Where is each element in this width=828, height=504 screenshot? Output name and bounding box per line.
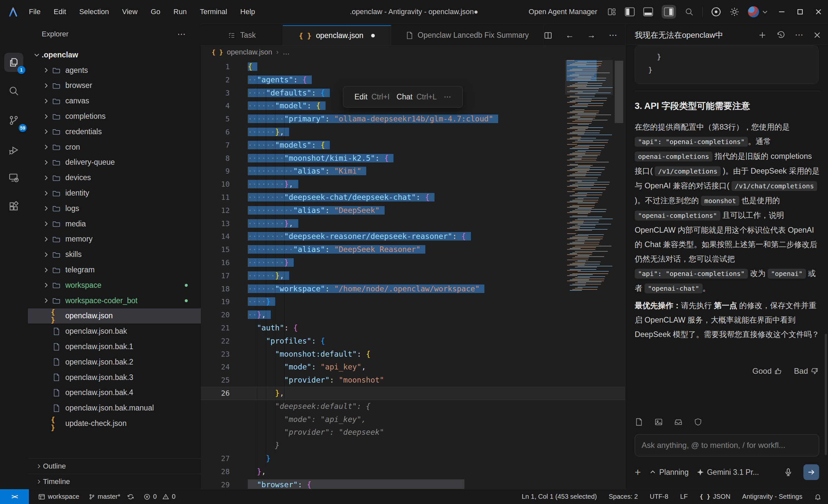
tree-root[interactable]: .openclaw — [28, 47, 201, 63]
agent-manager-icon[interactable] — [607, 7, 616, 16]
menu-run[interactable]: Run — [174, 7, 187, 16]
timeline-section[interactable]: Timeline — [28, 474, 201, 489]
workspace-indicator[interactable]: workspace — [38, 493, 79, 500]
editor-scrollbar[interactable] — [615, 61, 623, 123]
explorer-activity-icon[interactable]: 1 — [4, 53, 23, 72]
tree-item-media[interactable]: media — [28, 216, 201, 232]
menu-view[interactable]: View — [122, 7, 137, 16]
tree-item-cron[interactable]: cron — [28, 139, 201, 155]
encoding-indicator[interactable]: UTF-8 — [650, 493, 668, 500]
navigate-forward-icon[interactable]: → — [587, 30, 596, 40]
explorer-more-actions[interactable]: ⋯ — [177, 29, 187, 39]
browser-swirl-icon[interactable] — [711, 7, 721, 17]
inbox-icon[interactable] — [674, 418, 682, 426]
minimap[interactable] — [565, 60, 613, 487]
shield-icon[interactable] — [694, 418, 702, 426]
menu-edit[interactable]: Edit — [53, 7, 66, 16]
git-branch-indicator[interactable]: master* — [89, 493, 134, 500]
close-window-button[interactable] — [814, 7, 823, 17]
planning-toggle[interactable]: Planning — [650, 468, 689, 477]
close-panel-icon[interactable] — [813, 31, 821, 39]
tree-item-devices[interactable]: devices — [28, 170, 201, 185]
model-selector[interactable]: Gemini 3.1 Pr... — [697, 468, 759, 477]
tree-item-workspace[interactable]: workspace — [28, 278, 201, 293]
gear-icon[interactable] — [730, 7, 739, 17]
tree-item-identity[interactable]: identity — [28, 185, 201, 201]
menu-file[interactable]: File — [29, 7, 40, 16]
chat-input[interactable]: Ask anything, @ to mention, / for workfl… — [635, 434, 819, 456]
tree-item-telegram[interactable]: telegram — [28, 262, 201, 278]
popup-more-button[interactable]: ⋯ — [444, 92, 451, 101]
sync-icon[interactable] — [127, 493, 134, 500]
tree-item-openclaw.json[interactable]: { }openclaw.json — [28, 308, 201, 324]
tree-item-skills[interactable]: skills — [28, 247, 201, 262]
remote-explorer-activity-icon[interactable] — [4, 168, 23, 187]
extensions-activity-icon[interactable] — [4, 197, 23, 216]
search-activity-icon[interactable] — [4, 81, 23, 100]
minimize-button[interactable] — [777, 7, 787, 17]
cursor-position-indicator[interactable]: Ln 1, Col 1 (453 selected) — [522, 493, 597, 500]
menu-terminal[interactable]: Terminal — [200, 7, 227, 16]
tree-item-agents[interactable]: agents — [28, 63, 201, 78]
outline-section[interactable]: Outline — [28, 458, 201, 474]
tree-item-openclaw.json.bak[interactable]: openclaw.json.bak — [28, 324, 201, 339]
popup-edit-button[interactable]: Edit — [355, 92, 368, 101]
toggle-bottom-panel-icon[interactable] — [643, 7, 653, 16]
account-menu[interactable] — [748, 6, 768, 17]
tree-item-browser[interactable]: browser — [28, 78, 201, 93]
code-editor[interactable]: 1{2··"agents": {3····"defaults": {4·····… — [201, 59, 625, 489]
modified-dot-icon[interactable] — [371, 34, 375, 37]
popup-chat-button[interactable]: Chat — [397, 92, 413, 101]
tree-item-openclaw.json.bak.2[interactable]: openclaw.json.bak.2 — [28, 354, 201, 370]
avatar[interactable] — [748, 6, 759, 17]
tree-item-canvas[interactable]: canvas — [28, 93, 201, 109]
navigate-back-icon[interactable]: ← — [566, 30, 574, 40]
chat-scrollbar[interactable] — [825, 334, 827, 455]
menu-go[interactable]: Go — [151, 7, 160, 16]
tree-item-workspace-coder_bot[interactable]: workspace-coder_bot — [28, 293, 201, 308]
menu-help[interactable]: Help — [240, 7, 255, 16]
open-agent-manager-button[interactable]: Open Agent Manager — [529, 7, 597, 16]
tab-openclaw-json[interactable]: { } openclaw.json — [283, 25, 391, 45]
add-context-button[interactable]: + — [635, 466, 641, 478]
tab-task[interactable]: Task — [201, 25, 283, 45]
tab-summary[interactable]: Openclaw Lancedb Fix Summary — [391, 25, 544, 45]
tree-item-memory[interactable]: memory — [28, 232, 201, 247]
tree-item-completions[interactable]: completions — [28, 109, 201, 124]
bad-button[interactable]: Bad — [794, 367, 819, 376]
remote-indicator[interactable]: >< — [0, 489, 29, 504]
eol-indicator[interactable]: LF — [680, 493, 688, 500]
menu-selection[interactable]: Selection — [79, 7, 109, 16]
mic-icon[interactable] — [784, 468, 793, 477]
toggle-left-sidebar-icon[interactable] — [625, 7, 635, 16]
tree-item-openclaw.json.bak.manual[interactable]: openclaw.json.bak.manual — [28, 400, 201, 416]
tree-item-openclaw.json.bak.3[interactable]: openclaw.json.bak.3 — [28, 370, 201, 385]
tree-item-openclaw.json.bak.1[interactable]: openclaw.json.bak.1 — [28, 339, 201, 354]
run-debug-activity-icon[interactable] — [4, 140, 23, 160]
split-editor-icon[interactable] — [544, 31, 552, 40]
source-control-activity-icon[interactable]: 59 — [4, 111, 23, 130]
language-mode-indicator[interactable]: { } JSON — [700, 493, 731, 500]
settings-mode-indicator[interactable]: Antigravity - Settings — [742, 493, 802, 500]
problems-indicator[interactable]: 0 0 — [143, 493, 175, 500]
code-line-10: 10········}, — [201, 178, 625, 191]
attach-file-icon[interactable] — [635, 418, 643, 426]
breadcrumb[interactable]: { } openclaw.json › … — [201, 45, 625, 59]
search-icon[interactable] — [685, 7, 694, 16]
editor-more-actions-icon[interactable]: ⋯ — [609, 30, 617, 40]
tree-item-update-check.json[interactable]: { }update-check.json — [28, 416, 201, 431]
tree-item-openclaw.json.bak.4[interactable]: openclaw.json.bak.4 — [28, 385, 201, 401]
history-icon[interactable] — [777, 31, 785, 39]
new-chat-icon[interactable] — [758, 31, 767, 39]
maximize-button[interactable] — [795, 7, 805, 17]
tree-item-logs[interactable]: logs — [28, 201, 201, 216]
chat-more-icon[interactable]: ⋯ — [795, 30, 803, 40]
image-icon[interactable] — [654, 418, 663, 426]
notifications-bell-icon[interactable] — [814, 493, 821, 500]
toggle-right-sidebar-icon[interactable] — [662, 5, 676, 19]
indentation-indicator[interactable]: Spaces: 2 — [609, 493, 638, 500]
good-button[interactable]: Good — [752, 367, 782, 376]
tree-item-credentials[interactable]: credentials — [28, 124, 201, 139]
send-button[interactable] — [803, 464, 819, 480]
tree-item-delivery-queue[interactable]: delivery-queue — [28, 155, 201, 170]
